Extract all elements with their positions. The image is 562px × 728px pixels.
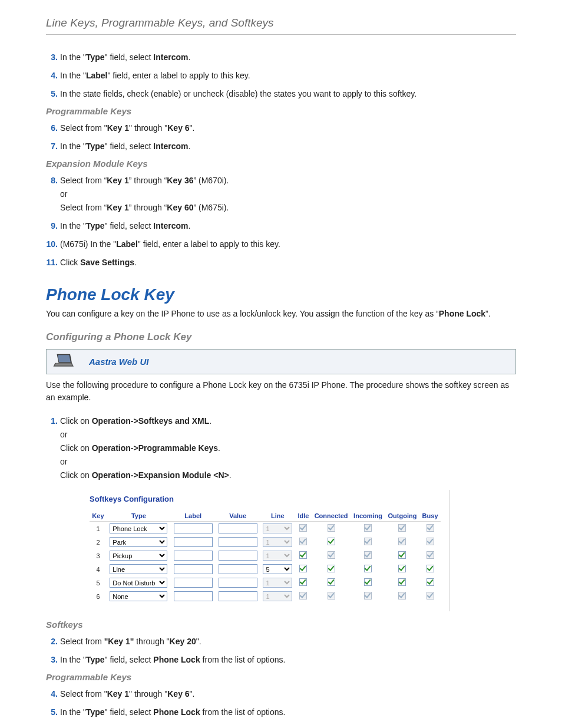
section-title: Phone Lock Key (46, 285, 516, 304)
column-header: Connected (312, 510, 351, 522)
label-input[interactable] (174, 578, 213, 588)
step-number: 5. (46, 88, 58, 100)
step-number: 4. (46, 688, 58, 700)
steps-list-programmable: 6.Select from "Key 1" through "Key 6".7.… (46, 122, 516, 153)
type-select[interactable]: Do Not Disturb (110, 578, 167, 588)
column-header: Busy (419, 510, 441, 522)
column-header: Incoming (351, 510, 385, 522)
state-checkbox (328, 592, 335, 599)
step-text: Select from "Key 1" through "Key 20". (60, 635, 516, 648)
laptop-icon (52, 353, 74, 370)
table-row: 1Phone Lock1 (90, 522, 441, 536)
state-checkbox[interactable] (328, 565, 335, 572)
state-checkbox[interactable] (364, 578, 372, 586)
aastra-web-ui-label: Aastra Web UI (89, 357, 148, 367)
state-checkbox[interactable] (398, 578, 406, 586)
column-header: Key (90, 510, 107, 522)
state-checkbox[interactable] (398, 565, 406, 572)
step-number: 8. (46, 174, 58, 187)
state-checkbox[interactable] (364, 565, 372, 572)
step-item: 2.Select from "Key 1" through "Key 20". (46, 635, 516, 648)
state-checkbox (427, 592, 434, 599)
step-text: In the "Type" field, select Phone Lock f… (60, 706, 516, 719)
softkeys-config-title: Softkeys Configuration (90, 495, 441, 503)
softkeys-configuration-panel: Softkeys Configuration KeyTypeLabelValue… (81, 490, 449, 611)
steps-list-expansion: 8.Select from “Key 1” through “Key 36” (… (46, 174, 516, 269)
step-item: 1.Click on Operation->Softkeys and XML.o… (46, 415, 516, 482)
state-checkbox (299, 538, 307, 545)
type-select[interactable]: Line (110, 564, 167, 574)
svg-marker-1 (58, 355, 71, 362)
type-select[interactable]: Phone Lock (110, 523, 167, 533)
state-checkbox (398, 524, 406, 532)
value-input[interactable] (219, 537, 257, 547)
svg-marker-3 (55, 363, 72, 365)
step-item: 11.Click Save Settings. (46, 256, 516, 269)
state-checkbox[interactable] (427, 565, 434, 572)
step-item: 6.Select from "Key 1" through "Key 6". (46, 122, 516, 134)
column-header: Value (216, 510, 260, 522)
softkeys-table: KeyTypeLabelValueLineIdleConnectedIncomi… (90, 510, 441, 603)
step-item: 9.In the "Type" field, select Intercom. (46, 220, 516, 232)
type-select[interactable]: Park (110, 537, 167, 547)
label-input[interactable] (174, 564, 213, 574)
state-checkbox (364, 551, 372, 559)
label-input[interactable] (174, 551, 213, 561)
state-checkbox (427, 551, 434, 559)
expansion-module-keys-heading: Expansion Module Keys (46, 159, 516, 169)
state-checkbox[interactable] (299, 551, 307, 559)
config-intro: Use the following procedure to configure… (46, 379, 516, 404)
step-number: 3. (46, 654, 58, 666)
line-select[interactable]: 5 (263, 564, 292, 574)
label-input[interactable] (174, 523, 213, 533)
key-cell: 6 (90, 589, 107, 603)
state-checkbox (427, 524, 434, 532)
step-text: Select from "Key 1" through "Key 6". (60, 688, 516, 700)
value-input[interactable] (219, 564, 257, 574)
key-cell: 3 (90, 549, 107, 562)
type-select[interactable]: None (110, 591, 167, 601)
step-item: 8.Select from “Key 1” through “Key 36” (… (46, 174, 516, 214)
step-item: 7.In the "Type" field, select Intercom. (46, 140, 516, 153)
type-select[interactable]: Pickup (110, 551, 167, 561)
value-input[interactable] (219, 578, 257, 588)
key-cell: 4 (90, 562, 107, 576)
aastra-web-ui-callout: Aastra Web UI (46, 349, 516, 374)
step-number: 10. (46, 238, 58, 251)
table-row: 4Line5 (90, 562, 441, 576)
label-input[interactable] (174, 591, 213, 601)
line-select: 1 (263, 591, 292, 601)
step-text: In the "Label" field, enter a label to a… (60, 70, 516, 82)
state-checkbox[interactable] (328, 578, 335, 586)
value-input[interactable] (219, 523, 257, 533)
table-row: 5Do Not Disturb1 (90, 576, 441, 589)
column-header: Outgoing (385, 510, 419, 522)
step-item: 4.Select from "Key 1" through "Key 6". (46, 688, 516, 700)
state-checkbox[interactable] (328, 538, 335, 545)
step-text: In the "Type" field, select Intercom. (60, 220, 516, 232)
programmable-keys-heading: Programmable Keys (46, 106, 516, 116)
value-input[interactable] (219, 551, 257, 561)
step-text: In the "Type" field, select Intercom. (60, 51, 516, 64)
column-header: Idle (295, 510, 312, 522)
table-row: 2Park1 (90, 535, 441, 549)
step-item: 4.In the "Label" field, enter a label to… (46, 70, 516, 82)
state-checkbox (364, 538, 372, 545)
step-text: Click Save Settings. (60, 256, 516, 269)
running-header: Line Keys, Programmable Keys, and Softke… (46, 17, 516, 35)
state-checkbox (328, 524, 335, 532)
step-text: Select from “Key 1” through “Key 36” (M6… (60, 174, 516, 214)
step-number: 9. (46, 220, 58, 232)
value-input[interactable] (219, 591, 257, 601)
state-checkbox[interactable] (299, 565, 307, 572)
step-number: 1. (46, 415, 58, 427)
step-text: (M675i) In the "Label" field, enter a la… (60, 238, 516, 251)
state-checkbox (398, 592, 406, 599)
label-input[interactable] (174, 537, 213, 547)
state-checkbox[interactable] (398, 551, 406, 559)
state-checkbox[interactable] (299, 578, 307, 586)
step-item: 5.In the state fields, check (enable) or… (46, 88, 516, 100)
step-number: 5. (46, 706, 58, 719)
document-page: Line Keys, Programmable Keys, and Softke… (0, 0, 562, 728)
state-checkbox[interactable] (427, 578, 434, 586)
